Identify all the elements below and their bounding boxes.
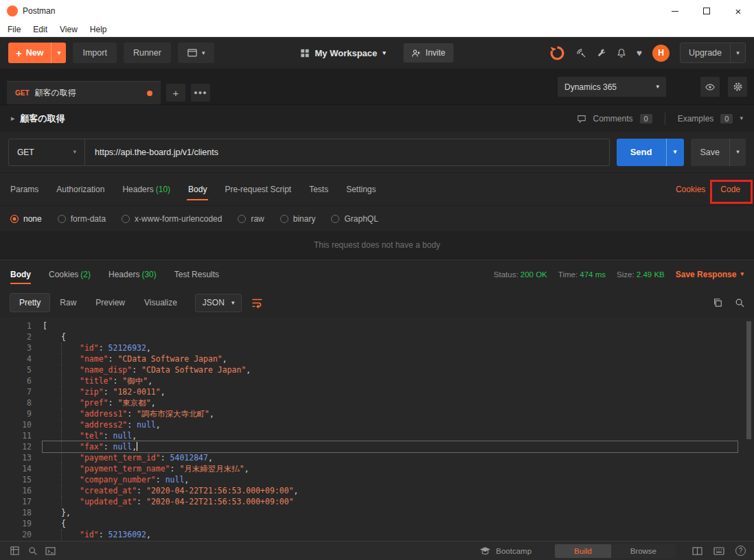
code-line[interactable]: 12"fax": null, [0, 441, 754, 452]
tab-params[interactable]: Params [1, 173, 47, 205]
search-icon[interactable] [735, 298, 744, 307]
url-input[interactable]: https://api.the-board.jp/v1/clients [85, 139, 610, 166]
tab-pre-request-script[interactable]: Pre-request Script [216, 173, 300, 205]
tab-tests[interactable]: Tests [300, 173, 337, 205]
upgrade-caret[interactable]: ▾ [730, 43, 745, 62]
tab-options-button[interactable]: ●●● [191, 84, 210, 102]
code-line[interactable]: 15"company_number": null, [0, 474, 754, 485]
examples-label[interactable]: Examples [678, 114, 714, 124]
bell-icon[interactable] [617, 48, 626, 58]
upgrade-button[interactable]: Upgrade ▾ [680, 43, 746, 63]
radio-form-data[interactable]: form-data [58, 214, 106, 224]
sync-icon[interactable] [549, 45, 566, 62]
code-line[interactable]: 1[ [0, 320, 754, 331]
heart-icon[interactable]: ♥ [637, 47, 642, 58]
shortcuts-icon[interactable] [713, 547, 724, 555]
code-line[interactable]: 13"payment_term_id": 54012847, [0, 452, 754, 463]
response-body-editor[interactable]: 1[2{3"id": 52126932,4"name": "CData Soft… [0, 317, 754, 541]
new-dropdown-caret[interactable]: ▾ [51, 43, 66, 63]
help-icon[interactable]: ? [735, 546, 746, 556]
new-window-caret[interactable]: ▾ [202, 50, 205, 56]
code-line[interactable]: 6"title": "御中", [0, 375, 754, 386]
format-selector[interactable]: JSON ▾ [195, 294, 242, 312]
radio-x-www-form-urlencoded[interactable]: x-www-form-urlencoded [122, 214, 222, 224]
code-line[interactable]: 10"address2": null, [0, 419, 754, 430]
menu-view[interactable]: View [54, 25, 84, 34]
environment-settings-button[interactable] [728, 77, 747, 97]
code-line[interactable]: 8"pref": "東京都", [0, 397, 754, 408]
tab-body[interactable]: Body [179, 173, 216, 205]
bootcamp-button[interactable]: Bootcamp [479, 546, 532, 555]
view-tab-pretty[interactable]: Pretty [10, 293, 50, 312]
radio-graphql[interactable]: GraphQL [331, 214, 378, 224]
examples-caret-icon[interactable]: ▾ [740, 115, 743, 121]
statusbar-search-icon[interactable] [23, 544, 41, 559]
response-tab-test-results[interactable]: Test Results [174, 260, 219, 288]
environment-selector[interactable]: Dynamics 365 ▾ [558, 77, 666, 97]
wrench-icon[interactable] [597, 48, 606, 58]
new-tab-button[interactable]: + [166, 84, 185, 102]
menu-help[interactable]: Help [84, 25, 113, 34]
save-dropdown-caret[interactable]: ▾ [729, 139, 746, 166]
response-tab-body[interactable]: Body [10, 260, 31, 288]
code-line[interactable]: 7"zip": "182-0011", [0, 386, 754, 397]
code-line[interactable]: 14"payment_term_name": "月末締翌月末払", [0, 463, 754, 474]
sidebar-toggle-icon[interactable] [5, 544, 23, 559]
code-line[interactable]: 18}, [0, 507, 754, 518]
code-line[interactable]: 17"updated_at": "2020-04-22T21:56:53.000… [0, 496, 754, 507]
menu-file[interactable]: File [1, 25, 27, 34]
view-tab-visualize[interactable]: Visualize [135, 293, 187, 312]
comments-label[interactable]: Comments [593, 114, 633, 124]
build-tab[interactable]: Build [555, 544, 611, 558]
cookies-link[interactable]: Cookies [676, 185, 705, 194]
examples-count: 0 [720, 114, 733, 124]
response-tab-headers[interactable]: Headers(30) [108, 260, 157, 288]
environment-quicklook-button[interactable] [700, 77, 720, 97]
response-tab-cookies[interactable]: Cookies(2) [49, 260, 91, 288]
code-line[interactable]: 3"id": 52126932, [0, 342, 754, 353]
new-window-button[interactable]: ▾ [178, 43, 215, 63]
code-line[interactable]: 5"name_disp": "CData Software Japan", [0, 364, 754, 375]
collapse-caret-icon[interactable]: ▸ [11, 114, 15, 123]
radio-binary[interactable]: binary [280, 214, 316, 224]
workspace-switcher[interactable]: My Workspace ▾ [300, 48, 385, 58]
code-line[interactable]: 20"id": 52136092, [0, 529, 754, 540]
line-number: 16 [0, 485, 43, 496]
menu-edit[interactable]: Edit [27, 25, 54, 34]
wrap-text-icon[interactable] [251, 298, 263, 308]
copy-icon[interactable] [713, 298, 722, 307]
code-line[interactable]: 16"created_at": "2020-04-22T21:56:53.000… [0, 485, 754, 496]
method-selector[interactable]: GET ▾ [8, 139, 85, 166]
code-link[interactable]: Code [720, 185, 740, 194]
browse-tab[interactable]: Browse [611, 544, 676, 558]
save-response-button[interactable]: Save Response▾ [676, 270, 744, 279]
new-button[interactable]: +New ▾ [8, 43, 66, 63]
minimize-button[interactable] [659, 0, 691, 22]
view-tab-preview[interactable]: Preview [86, 293, 135, 312]
radio-raw[interactable]: raw [238, 214, 264, 224]
code-line[interactable]: 11"tel": null, [0, 430, 754, 441]
import-button[interactable]: Import [73, 43, 116, 63]
two-pane-icon[interactable] [692, 547, 702, 555]
view-tab-raw[interactable]: Raw [50, 293, 86, 312]
tab-request[interactable]: GET 顧客の取得 [7, 81, 161, 104]
close-button[interactable]: × [722, 0, 754, 22]
invite-button[interactable]: Invite [404, 43, 454, 62]
console-icon[interactable] [41, 544, 59, 559]
avatar[interactable]: H [652, 45, 670, 62]
code-line[interactable]: 2{ [0, 331, 754, 342]
tab-settings[interactable]: Settings [337, 173, 385, 205]
code-line[interactable]: 9"address1": "調布市深大寺北町", [0, 408, 754, 419]
code-line[interactable]: 4"name": "CData Software Japan", [0, 353, 754, 364]
maximize-button[interactable] [691, 0, 722, 22]
send-button[interactable]: Send ▾ [617, 139, 684, 166]
tab-authorization[interactable]: Authorization [47, 173, 113, 205]
satellite-icon[interactable] [576, 48, 586, 58]
scrollbar-thumb[interactable] [746, 321, 751, 439]
send-dropdown-caret[interactable]: ▾ [666, 139, 684, 166]
tab-headers[interactable]: Headers(10) [113, 173, 179, 205]
code-line[interactable]: 19{ [0, 518, 754, 529]
radio-none[interactable]: none [10, 214, 42, 224]
runner-button[interactable]: Runner [124, 43, 171, 63]
save-button[interactable]: Save ▾ [691, 139, 746, 166]
